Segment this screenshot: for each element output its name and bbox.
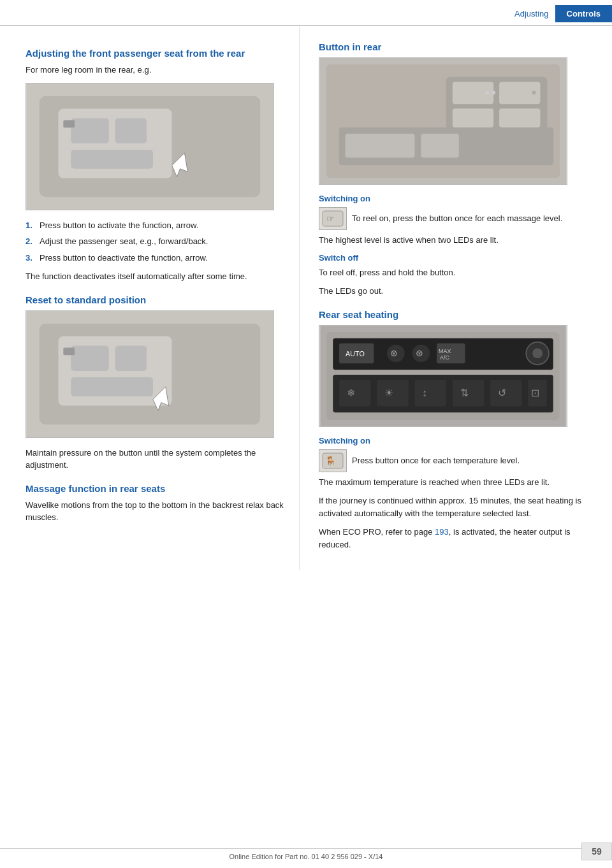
rear-heat-image: AUTO ⊛ ⊛ MAX A/C xyxy=(319,325,567,427)
section-switch-off: Switch off To reel off, press and hold t… xyxy=(319,253,593,298)
step1-text: Press button to activate the function, a… xyxy=(40,219,198,232)
switch-off-text1: To reel off, press and hold the button. xyxy=(319,266,593,279)
page-number: 59 xyxy=(581,843,612,860)
seat-adjust-image-1 xyxy=(26,83,274,210)
heat-note1: The maximum temperature is reached when … xyxy=(319,476,593,489)
step-1: 1. Press button to activate the function… xyxy=(26,219,286,232)
step3-text: Press button to deactivate the function,… xyxy=(40,252,208,264)
section1-title: Adjusting the front passenger seat from … xyxy=(26,48,286,59)
page-header: Adjusting Controls xyxy=(0,0,612,26)
heat-switching-on-text: Press button once for each temperature l… xyxy=(352,454,520,467)
svg-rect-13 xyxy=(71,377,153,396)
header-controls-label: Controls xyxy=(555,5,612,22)
svg-text:⊡: ⊡ xyxy=(531,387,539,398)
section2-note: Maintain pressure on the button until th… xyxy=(26,447,286,472)
switching-on-row: ☞ To reel on, press the button once for … xyxy=(319,207,562,230)
section2-title: Reset to standard position xyxy=(26,294,286,305)
svg-text:AUTO: AUTO xyxy=(346,350,365,358)
switch-off-text2: The LEDs go out. xyxy=(319,285,593,298)
svg-text:🪑: 🪑 xyxy=(325,456,337,467)
step3-num: 3. xyxy=(26,252,36,264)
heat-note3: When ECO PRO, refer to page 193, is acti… xyxy=(319,526,593,551)
switching-on-text: To reel on, press the button once for ea… xyxy=(352,212,562,225)
heat-note3-prefix: When ECO PRO, refer to page xyxy=(319,527,435,537)
rear-heat-title: Rear seat heating xyxy=(319,309,593,320)
svg-point-44 xyxy=(532,348,543,358)
section-adjust-front: Adjusting the front passenger seat from … xyxy=(26,48,286,283)
section1-intro: For more leg room in the rear, e.g. xyxy=(26,64,286,76)
section3-text: Wavelike motions from the top to the bot… xyxy=(26,499,286,524)
svg-point-25 xyxy=(532,90,536,94)
left-column: Adjusting the front passenger seat from … xyxy=(0,26,300,570)
svg-rect-3 xyxy=(71,118,108,143)
step-3: 3. Press button to deactivate the functi… xyxy=(26,252,286,264)
right-column: Button in rear xyxy=(300,26,612,570)
section-button-rear: Button in rear xyxy=(319,41,593,247)
steps-list: 1. Press button to activate the function… xyxy=(26,219,286,264)
svg-rect-22 xyxy=(499,108,540,127)
switch-off-title: Switch off xyxy=(319,253,593,263)
step1-num: 1. xyxy=(26,219,36,232)
svg-text:↺: ↺ xyxy=(498,387,506,398)
section-reset: Reset to standard position Maintain pres… xyxy=(26,294,286,472)
svg-text:↕: ↕ xyxy=(422,387,427,398)
svg-rect-48 xyxy=(415,379,446,405)
svg-rect-27 xyxy=(346,134,415,158)
massage-icon: ☞ xyxy=(319,207,347,230)
footer-text: Online Edition for Part no. 01 40 2 956 … xyxy=(229,853,383,860)
section3-title: Massage function in rear seats xyxy=(26,483,286,494)
svg-text:❄: ❄ xyxy=(347,387,355,398)
section-rear-heat: Rear seat heating AUTO ⊛ ⊛ xyxy=(319,309,593,551)
svg-text:⇅: ⇅ xyxy=(460,387,469,398)
svg-text:⊛: ⊛ xyxy=(416,348,423,358)
svg-rect-15 xyxy=(63,347,75,355)
heat-switching-on-title: Switching on xyxy=(319,436,593,445)
section-massage: Massage function in rear seats Wavelike … xyxy=(26,483,286,524)
svg-text:MAX: MAX xyxy=(439,348,451,354)
svg-rect-7 xyxy=(63,120,75,127)
step2-num: 2. xyxy=(26,235,36,248)
svg-text:⊛: ⊛ xyxy=(390,348,398,358)
switching-on-note: The highest level is active when two LED… xyxy=(319,234,593,247)
svg-rect-4 xyxy=(115,118,147,143)
svg-rect-11 xyxy=(71,345,108,371)
svg-rect-12 xyxy=(115,345,147,371)
main-content: Adjusting the front passenger seat from … xyxy=(0,26,612,570)
section1-note: The function deactivates itself automati… xyxy=(26,270,286,283)
step2-text: Adjust the passenger seat, e.g., forward… xyxy=(40,235,208,248)
page-footer: Online Edition for Part no. 01 40 2 956 … xyxy=(0,848,612,860)
heat-page-link[interactable]: 193 xyxy=(435,527,449,537)
header-adjusting-label: Adjusting xyxy=(514,9,555,18)
svg-point-23 xyxy=(485,90,489,94)
heat-note2: If the journey is continued within appro… xyxy=(319,495,593,519)
seat-reset-image xyxy=(26,310,274,438)
svg-rect-28 xyxy=(421,134,458,158)
seat-heat-icon: 🪑 xyxy=(319,449,347,472)
step-2: 2. Adjust the passenger seat, e.g., forw… xyxy=(26,235,286,248)
svg-text:☀: ☀ xyxy=(384,387,393,398)
switching-on-title: Switching on xyxy=(319,194,593,203)
button-rear-title: Button in rear xyxy=(319,41,593,52)
svg-text:A/C: A/C xyxy=(440,354,449,361)
svg-rect-21 xyxy=(453,108,493,127)
button-rear-image xyxy=(319,57,567,185)
heat-switching-on-row: 🪑 Press button once for each temperature… xyxy=(319,449,520,472)
svg-text:☞: ☞ xyxy=(326,213,335,224)
svg-point-24 xyxy=(492,90,495,94)
svg-rect-5 xyxy=(71,149,153,168)
